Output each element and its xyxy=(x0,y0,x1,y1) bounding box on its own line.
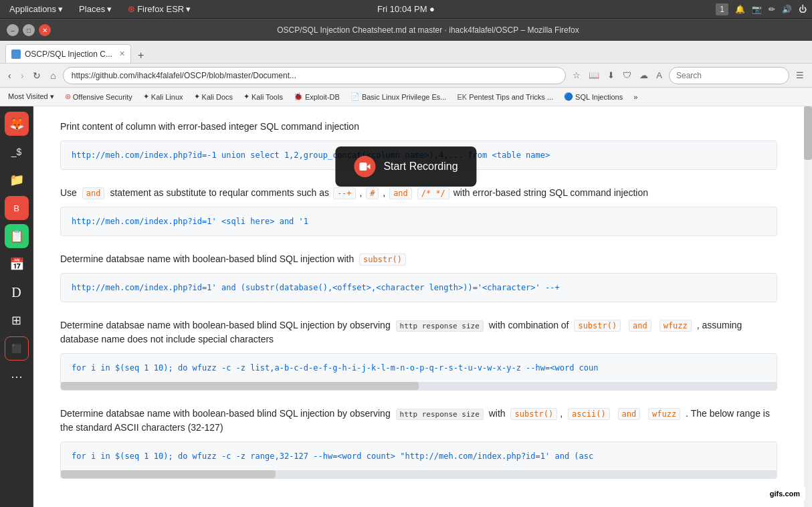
taskbar-right: 1 🔔 📷 ✏ 🔊 ⏻ xyxy=(716,3,807,15)
sidebar-terminal2-icon[interactable]: ⬛ xyxy=(5,336,29,361)
section5-before-text: Determine databsae name with boolean-bas… xyxy=(60,408,391,419)
sidebar-terminal-icon[interactable]: _$ xyxy=(5,140,29,164)
sync-icon[interactable]: ☁ xyxy=(637,69,651,82)
section2-comment1-code: --+ xyxy=(333,187,356,199)
maximize-button[interactable]: □ xyxy=(23,24,35,36)
linux-privesc-label: Basic Linux Privilege Es... xyxy=(362,93,447,101)
kali-tools-label: Kali Tools xyxy=(251,93,283,101)
section5-code-block: for i in $(seq 1 10); do wfuzz -c -z ran… xyxy=(60,441,777,479)
search-input[interactable] xyxy=(669,67,789,84)
section5-and-code: and xyxy=(618,408,641,420)
section5-scrollbar-thumb xyxy=(61,470,276,478)
minimize-button[interactable]: – xyxy=(7,24,19,36)
reader-view[interactable]: 📖 xyxy=(586,69,602,82)
pentest-label: Pentest Tips and Tricks ... xyxy=(469,93,553,101)
bookmark-exploit-db[interactable]: 🐞 Exploit-DB xyxy=(290,91,344,102)
bookmark-pentest-tips[interactable]: EK Pentest Tips and Tricks ... xyxy=(453,92,557,102)
svg-rect-0 xyxy=(359,163,367,171)
section2-after-text: with error-based string SQL command inje… xyxy=(453,187,648,198)
section1-heading: Print content of column with error-based… xyxy=(60,120,777,134)
bookmark-star[interactable]: ☆ xyxy=(570,69,583,82)
new-tab-button[interactable]: + xyxy=(134,48,148,63)
bookmark-kali-linux[interactable]: ✦ Kali Linux xyxy=(139,91,187,102)
recording-label: Start Recording xyxy=(383,161,458,173)
section2-code: http://meh.com/index.php?id=1' <sqli her… xyxy=(60,207,777,236)
menu-button[interactable]: ☰ xyxy=(793,69,807,82)
more-label: » xyxy=(633,93,637,101)
section5-with-text: with xyxy=(489,408,506,419)
section-substr-injection: Determine databsae name with boolean-bas… xyxy=(60,252,777,302)
sidebar-folder-icon[interactable]: 📁 xyxy=(5,168,29,192)
section4-middle-text: with combination of xyxy=(489,320,569,330)
page-scrollbar[interactable] xyxy=(804,106,812,507)
sidebar-appfull-icon[interactable]: ⋯ xyxy=(5,365,29,389)
shield-icon[interactable]: 🛡 xyxy=(620,69,634,82)
section5-comma: , xyxy=(560,408,563,419)
scrollbar-thumb[interactable] xyxy=(804,106,812,160)
section4-heading: Determine databsae name with boolean-bas… xyxy=(60,318,777,346)
section3-substr-code: substr() xyxy=(359,254,406,266)
home-button[interactable]: ⌂ xyxy=(47,69,58,82)
sidebar: 🦊 _$ 📁 B 📋 📅 D ⊞ ⬛ ⋯ xyxy=(0,106,33,507)
kali-linux-icon: ✦ xyxy=(143,92,149,101)
section2-comma2: , xyxy=(383,187,385,198)
url-input[interactable] xyxy=(63,67,567,84)
taskbar-center: Fri 10:04 PM ● xyxy=(377,4,435,14)
reload-button[interactable]: ↻ xyxy=(30,69,43,82)
bookmark-linux-privesc[interactable]: 📄 Basic Linux Privilege Es... xyxy=(346,91,451,102)
sidebar-font-icon[interactable]: D xyxy=(5,280,29,304)
sql-icon: 🔵 xyxy=(564,92,573,101)
bookmark-most-visited[interactable]: Most Visited ▾ xyxy=(4,91,58,102)
section5-scrollbar[interactable] xyxy=(61,470,777,478)
bookmarks-bar: Most Visited ▾ ⊛ Offensive Security ✦ Ka… xyxy=(0,88,812,106)
section5-heading: Determine databsae name with boolean-bas… xyxy=(60,407,777,435)
section4-before-text: Determine databsae name with boolean-bas… xyxy=(60,320,391,330)
section4-httpsize-code: http response size xyxy=(396,320,484,332)
sidebar-burp-icon[interactable]: B xyxy=(5,196,29,220)
font-size-btn[interactable]: A xyxy=(653,69,665,82)
sidebar-firefox-icon[interactable]: 🦊 xyxy=(5,112,29,136)
section4-scrollbar[interactable] xyxy=(61,382,777,390)
section4-substr-code: substr() xyxy=(574,320,621,332)
firefox-menu[interactable]: ⊛ Firefox ESR ▾ xyxy=(124,3,195,15)
section4-scrollbar-thumb xyxy=(61,382,419,390)
pentest-icon: EK xyxy=(457,93,467,101)
tab-close-button[interactable]: ✕ xyxy=(119,49,125,58)
power-icon: ⏻ xyxy=(799,5,807,14)
bookmark-kali-docs[interactable]: ✦ Kali Docs xyxy=(190,91,237,102)
linux-privesc-icon: 📄 xyxy=(350,92,360,101)
sidebar-notes-icon[interactable]: 📋 xyxy=(5,224,29,248)
kali-docs-label: Kali Docs xyxy=(202,93,233,101)
url-bar: ‹ › ↻ ⌂ ☆ 📖 ⬇ 🛡 ☁ A ☰ xyxy=(0,64,812,88)
bookmark-sql-injections[interactable]: 🔵 SQL Injections xyxy=(560,91,627,102)
sidebar-appgrid-icon[interactable]: ⊞ xyxy=(5,308,29,332)
back-button[interactable]: ‹ xyxy=(5,69,14,82)
volume-icon: 🔊 xyxy=(782,5,792,14)
tab-title: OSCP/SQL Injection C... xyxy=(25,49,112,59)
download-btn[interactable]: ⬇ xyxy=(605,69,617,82)
tab-bar: OSCP/SQL Injection C... ✕ + xyxy=(0,41,812,64)
section2-code-text: http://meh.com/index.php?id=1' <sqli her… xyxy=(72,217,308,226)
section4-code-text: for i in $(seq 1 10); do wfuzz -c -z lis… xyxy=(61,354,777,382)
window-title: OSCP/SQL Injection Cheatsheet.md at mast… xyxy=(51,25,805,35)
applications-menu[interactable]: Applications ▾ xyxy=(5,3,67,15)
section2-comment3-code: /* */ xyxy=(417,187,449,199)
bookmark-kali-tools[interactable]: ✦ Kali Tools xyxy=(239,91,287,102)
sidebar-calendar-icon[interactable]: 📅 xyxy=(5,252,29,276)
places-menu[interactable]: Places ▾ xyxy=(75,3,116,15)
section2-comment2-code: # xyxy=(366,187,379,199)
bookmark-offensive-security[interactable]: ⊛ Offensive Security xyxy=(61,91,136,102)
close-button[interactable]: ✕ xyxy=(39,24,51,36)
recording-overlay[interactable]: Start Recording xyxy=(335,146,476,187)
offensive-security-label: Offensive Security xyxy=(73,93,132,101)
offensive-security-icon: ⊛ xyxy=(65,92,71,101)
active-tab[interactable]: OSCP/SQL Injection C... ✕ xyxy=(5,44,131,63)
section4-and-code: and xyxy=(629,320,651,332)
exploit-db-label: Exploit-DB xyxy=(305,93,340,101)
watermark: gifs.com xyxy=(765,487,805,500)
section2-heading: Use and statement as substitute to requl… xyxy=(60,186,777,200)
section5-code-text: for i in $(seq 1 10); do wfuzz -c -z ran… xyxy=(61,442,777,470)
forward-button[interactable]: › xyxy=(18,69,27,82)
taskbar-left: Applications ▾ Places ▾ ⊛ Firefox ESR ▾ xyxy=(5,3,195,15)
bookmark-more[interactable]: » xyxy=(629,92,641,102)
